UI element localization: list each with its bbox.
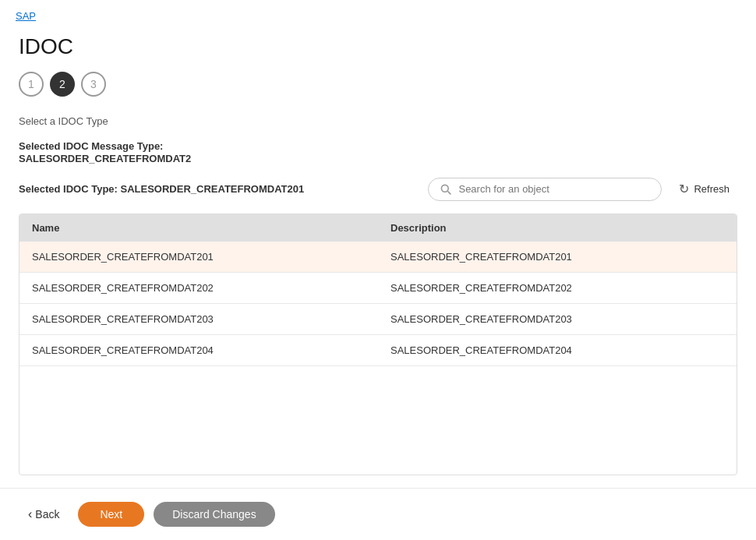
search-box[interactable] xyxy=(428,178,662,201)
cell-name: SALESORDER_CREATEFROMDAT203 xyxy=(19,304,378,335)
step-1: 1 xyxy=(19,72,44,97)
table-row[interactable]: SALESORDER_CREATEFROMDAT202SALESORDER_CR… xyxy=(19,273,737,304)
discard-button[interactable]: Discard Changes xyxy=(154,502,274,527)
table-container: Name Description SALESORDER_CREATEFROMDA… xyxy=(19,214,737,475)
cell-name: SALESORDER_CREATEFROMDAT202 xyxy=(19,273,378,304)
cell-description: SALESORDER_CREATEFROMDAT201 xyxy=(378,242,737,273)
table-row[interactable]: SALESORDER_CREATEFROMDAT204SALESORDER_CR… xyxy=(19,335,737,366)
refresh-icon: ↻ xyxy=(679,182,689,196)
refresh-button[interactable]: ↻ Refresh xyxy=(671,177,737,201)
selected-message-value: SALESORDER_CREATEFROMDAT2 xyxy=(19,153,191,164)
svg-point-0 xyxy=(442,185,449,192)
cell-description: SALESORDER_CREATEFROMDAT203 xyxy=(378,304,737,335)
subtitle: Select a IDOC Type xyxy=(19,115,737,127)
cell-name: SALESORDER_CREATEFROMDAT204 xyxy=(19,335,378,366)
col-name: Name xyxy=(19,214,378,242)
col-description: Description xyxy=(378,214,737,242)
cell-description: SALESORDER_CREATEFROMDAT202 xyxy=(378,273,737,304)
idoc-table: Name Description SALESORDER_CREATEFROMDA… xyxy=(19,214,737,397)
svg-line-1 xyxy=(448,191,451,194)
search-icon xyxy=(440,183,452,196)
search-row: Selected IDOC Type: SALESORDER_CREATEFRO… xyxy=(19,177,737,201)
next-button[interactable]: Next xyxy=(78,502,144,527)
selected-message-info: Selected IDOC Message Type: SALESORDER_C… xyxy=(19,139,737,164)
table-empty-row xyxy=(19,366,737,397)
cell-name: SALESORDER_CREATEFROMDAT201 xyxy=(19,242,378,273)
refresh-label: Refresh xyxy=(694,183,730,195)
selected-message-label: Selected IDOC Message Type: xyxy=(19,140,163,152)
step-2: 2 xyxy=(50,72,75,97)
search-input[interactable] xyxy=(458,183,650,195)
back-arrow-icon: ‹ xyxy=(28,507,32,521)
selected-type-label: Selected IDOC Type: SALESORDER_CREATEFRO… xyxy=(19,183,304,195)
table-row[interactable]: SALESORDER_CREATEFROMDAT201SALESORDER_CR… xyxy=(19,242,737,273)
top-bar: SAP xyxy=(0,0,756,22)
back-label: Back xyxy=(35,508,59,521)
back-button[interactable]: ‹ Back xyxy=(19,501,69,528)
table-header-row: Name Description xyxy=(19,214,737,242)
page-title: IDOC xyxy=(19,34,737,59)
sap-link[interactable]: SAP xyxy=(16,10,36,22)
steps-container: 1 2 3 xyxy=(19,72,737,97)
search-refresh-area: ↻ Refresh xyxy=(428,177,737,201)
step-3: 3 xyxy=(81,72,106,97)
table-row[interactable]: SALESORDER_CREATEFROMDAT203SALESORDER_CR… xyxy=(19,304,737,335)
footer: ‹ Back Next Discard Changes xyxy=(0,488,756,540)
cell-description: SALESORDER_CREATEFROMDAT204 xyxy=(378,335,737,366)
main-content: IDOC 1 2 3 Select a IDOC Type Selected I… xyxy=(0,22,756,488)
page-wrapper: SAP IDOC 1 2 3 Select a IDOC Type Select… xyxy=(0,0,756,540)
